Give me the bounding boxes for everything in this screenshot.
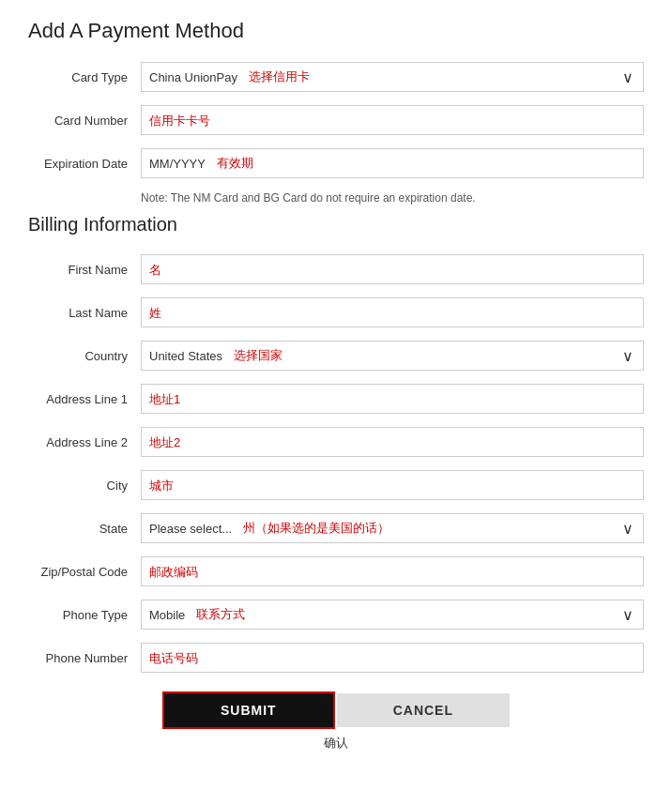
phone-type-label: Phone Type [28,608,141,622]
billing-section-divider: Billing Information [28,214,644,235]
expiration-date-input[interactable]: MM/YYYY 有效期 [141,148,644,178]
city-input[interactable] [141,470,644,500]
button-row: SUBMIT CANCEL [162,691,510,729]
country-select[interactable]: United States 选择国家 ∨ [141,341,644,371]
first-name-row: First Name [28,254,644,284]
phone-type-row: Phone Type Mobile 联系方式 ∨ [28,600,644,630]
expiration-date-row: Expiration Date MM/YYYY 有效期 [28,148,644,178]
expiration-note: Note: The NM Card and BG Card do not req… [141,191,644,205]
first-name-input[interactable] [141,254,644,284]
address1-label: Address Line 1 [28,392,141,406]
address2-input[interactable] [141,427,644,457]
state-select[interactable]: Please select... 州（如果选的是美国的话） ∨ [141,513,644,543]
expiration-date-value: MM/YYYY [149,157,206,171]
expiration-date-hint: 有效期 [217,155,253,172]
zip-input[interactable] [141,556,644,586]
country-value: United States [149,349,222,363]
state-label: State [28,522,141,536]
card-type-value: China UnionPay [149,70,237,84]
card-type-row: Card Type China UnionPay 选择信用卡 ∨ [28,62,644,92]
submit-note: 确认 [324,735,348,752]
phone-type-hint: 联系方式 [196,606,245,623]
country-chevron-icon: ∨ [622,347,634,365]
submit-area: SUBMIT CANCEL 确认 [28,691,644,752]
address2-row: Address Line 2 [28,427,644,457]
card-type-chevron-icon: ∨ [622,68,634,86]
address2-label: Address Line 2 [28,435,141,449]
card-type-select[interactable]: China UnionPay 选择信用卡 ∨ [141,62,644,92]
state-chevron-icon: ∨ [622,520,634,538]
state-value: Please select... [149,522,232,536]
billing-title: Billing Information [28,214,644,235]
last-name-input[interactable] [141,297,644,327]
phone-number-label: Phone Number [28,651,141,665]
card-number-input[interactable] [141,105,644,135]
card-type-label: Card Type [28,70,141,84]
city-row: City [28,470,644,500]
country-label: Country [28,349,141,363]
state-hint: 州（如果选的是美国的话） [243,520,389,537]
phone-number-row: Phone Number [28,643,644,673]
last-name-row: Last Name [28,297,644,327]
city-label: City [28,479,141,493]
phone-type-select[interactable]: Mobile 联系方式 ∨ [141,600,644,630]
zip-row: Zip/Postal Code [28,556,644,586]
zip-label: Zip/Postal Code [28,565,141,579]
card-number-label: Card Number [28,114,141,128]
first-name-label: First Name [28,263,141,277]
phone-type-value: Mobile [149,608,185,622]
country-row: Country United States 选择国家 ∨ [28,341,644,371]
state-row: State Please select... 州（如果选的是美国的话） ∨ [28,513,644,543]
address1-row: Address Line 1 [28,384,644,414]
page-title: Add A Payment Method [28,19,644,43]
cancel-button[interactable]: CANCEL [337,693,510,727]
expiration-date-label: Expiration Date [28,157,141,171]
country-hint: 选择国家 [234,347,283,364]
last-name-label: Last Name [28,306,141,320]
card-number-row: Card Number [28,105,644,135]
phone-type-chevron-icon: ∨ [622,606,634,624]
phone-number-input[interactable] [141,643,644,673]
page-container: Add A Payment Method Card Type China Uni… [0,0,672,780]
address1-input[interactable] [141,384,644,414]
submit-button[interactable]: SUBMIT [162,691,335,729]
card-type-hint: 选择信用卡 [249,68,310,85]
